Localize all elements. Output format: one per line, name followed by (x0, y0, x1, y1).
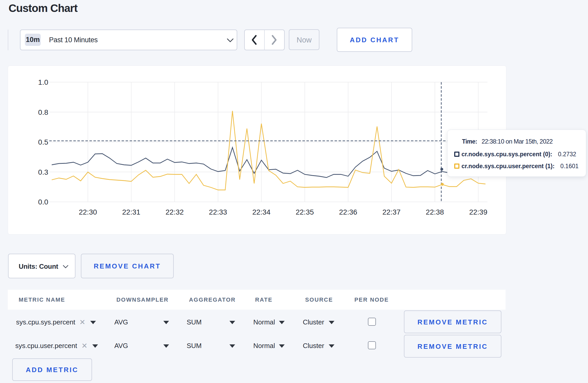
svg-text:22:38: 22:38 (426, 208, 444, 216)
svg-text:22:33: 22:33 (209, 208, 227, 216)
svg-text:22:36: 22:36 (339, 208, 357, 216)
svg-text:0.8: 0.8 (38, 108, 48, 116)
svg-text:0.5: 0.5 (38, 138, 48, 146)
svg-text:22:39: 22:39 (469, 208, 487, 216)
svg-text:22:35: 22:35 (296, 208, 314, 216)
svg-text:1.0: 1.0 (38, 78, 48, 86)
svg-text:22:32: 22:32 (166, 208, 184, 216)
svg-text:22:30: 22:30 (79, 208, 97, 216)
svg-text:0.3: 0.3 (38, 168, 48, 176)
svg-text:22:37: 22:37 (382, 208, 401, 216)
svg-text:22:34: 22:34 (252, 208, 270, 216)
svg-text:22:31: 22:31 (122, 208, 140, 216)
svg-text:0.0: 0.0 (38, 198, 48, 206)
